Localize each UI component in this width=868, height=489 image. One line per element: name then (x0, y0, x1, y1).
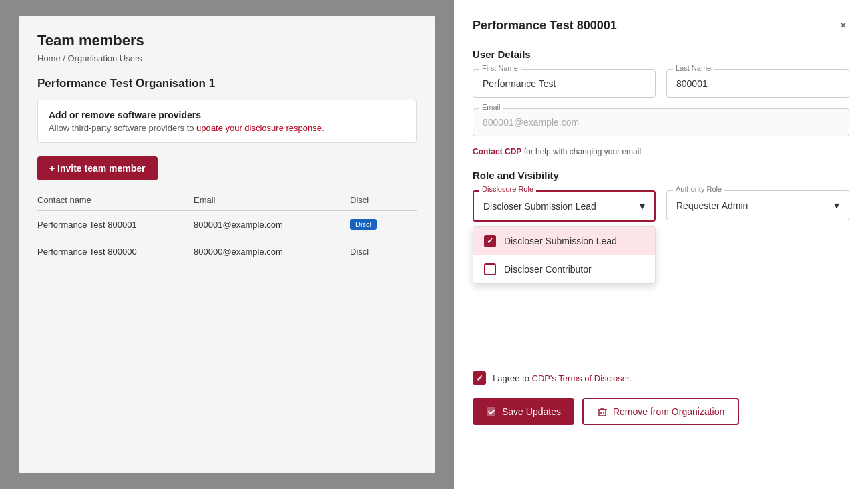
disclosure-role-field: Disclosure Role Discloser Submission Lea… (473, 190, 656, 222)
checkbox-unchecked-icon (484, 263, 496, 275)
user-detail-panel: Performance Test 800001 × User Details F… (454, 0, 868, 489)
email-label: Email (479, 103, 503, 111)
first-name-label: First Name (479, 64, 521, 72)
left-overlay: Team members Home / Organisation Users P… (0, 0, 454, 489)
page-title: Team members (37, 32, 417, 49)
disclosure-role-value: Discloser Submission Lead (483, 201, 596, 212)
save-updates-button[interactable]: Save Updates (473, 398, 574, 425)
last-name-input[interactable] (666, 69, 849, 98)
col-contact-name: Contact name (37, 195, 194, 205)
dropdown-item-lead-label: Discloser Submission Lead (504, 236, 617, 247)
user-details-section-title: User Details (473, 49, 849, 60)
panel-title: Performance Test 800001 (473, 19, 617, 33)
svg-rect-1 (599, 410, 606, 416)
row1-name: Performance Test 800001 (37, 220, 194, 230)
dropdown-item-contributor-label: Discloser Contributor (504, 264, 592, 275)
contact-cdp-text: Contact CDP for help with changing your … (473, 147, 849, 156)
contact-cdp-link[interactable]: Contact CDP (473, 147, 521, 156)
row2-disc: Discl (350, 247, 417, 257)
chevron-down-icon (640, 200, 645, 212)
table-row[interactable]: Performance Test 800001 800001@example.c… (37, 211, 417, 238)
agree-link[interactable]: CDP's Terms of Discloser. (532, 373, 632, 383)
row1-badge: Discl (350, 219, 417, 230)
email-input[interactable] (473, 108, 849, 136)
checkbox-checked-icon (484, 235, 496, 247)
col-disclosure: Discl (350, 195, 417, 205)
remove-from-org-button[interactable]: Remove from Organization (582, 398, 739, 425)
disclosure-role-dropdown: Discloser Submission Lead Discloser Cont… (473, 226, 656, 284)
info-box-link[interactable]: update your disclosure response (196, 123, 322, 133)
name-row: First Name Last Name (473, 69, 849, 98)
last-name-field: Last Name (666, 69, 849, 98)
info-box-title: Add or remove software providers (49, 110, 405, 120)
org-title: Performance Test Organisation 1 (37, 77, 417, 90)
info-box: Add or remove software providers Allow t… (37, 100, 417, 143)
agree-checkbox[interactable] (473, 371, 486, 385)
row2-name: Performance Test 800000 (37, 247, 194, 257)
invite-team-member-button[interactable]: + Invite team member (37, 156, 158, 180)
info-box-desc: Allow third-party software providers to … (49, 123, 405, 133)
role-section-title: Role and Visibility (473, 170, 849, 181)
disclosure-role-select[interactable]: Discloser Submission Lead (473, 190, 656, 222)
table-row[interactable]: Performance Test 800000 800000@example.c… (37, 238, 417, 265)
agree-text: I agree to CDP's Terms of Discloser. (493, 373, 632, 383)
info-box-desc-text: Allow third-party software providers to (49, 123, 196, 133)
breadcrumb-current: Organisation Users (68, 53, 142, 63)
authority-role-label: Authority Role (673, 185, 724, 193)
role-row: Disclosure Role Discloser Submission Lea… (473, 190, 849, 222)
email-field: Email (473, 108, 849, 136)
dropdown-item-contributor[interactable]: Discloser Contributor (473, 255, 655, 283)
breadcrumb: Home / Organisation Users (37, 53, 417, 63)
panel-header: Performance Test 800001 × (473, 16, 849, 35)
col-email: Email (194, 195, 350, 205)
disclosure-role-label: Disclosure Role (479, 185, 536, 193)
table-header: Contact name Email Discl (37, 195, 417, 211)
save-icon (486, 406, 497, 417)
close-button[interactable]: × (837, 16, 849, 35)
chevron-down-icon (834, 199, 839, 212)
action-row: Save Updates Remove from Organization (473, 398, 849, 425)
breadcrumb-sep: / (63, 53, 67, 63)
first-name-field: First Name (473, 69, 656, 98)
breadcrumb-home[interactable]: Home (37, 53, 61, 63)
row1-email: 800001@example.com (194, 220, 350, 230)
authority-role-field: Authority Role Requester Admin (666, 190, 849, 222)
first-name-input[interactable] (473, 69, 656, 98)
email-row: Email (473, 108, 849, 136)
authority-role-select[interactable]: Requester Admin (666, 190, 849, 220)
authority-role-value: Requester Admin (676, 200, 748, 211)
last-name-label: Last Name (673, 64, 714, 72)
dropdown-item-lead[interactable]: Discloser Submission Lead (473, 227, 655, 255)
team-members-page: Team members Home / Organisation Users P… (19, 16, 435, 473)
trash-icon (597, 406, 608, 417)
row2-email: 800000@example.com (194, 247, 350, 257)
agree-row: I agree to CDP's Terms of Discloser. (473, 371, 849, 385)
